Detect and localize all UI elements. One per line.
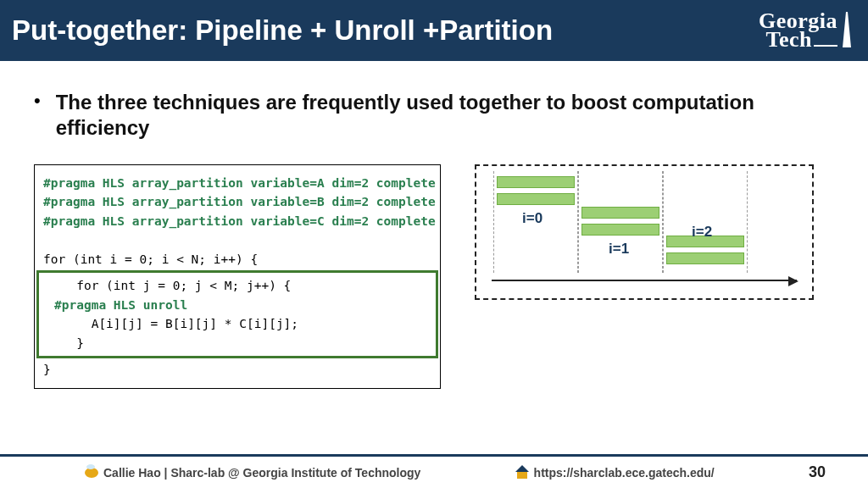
slide-title: Put-together: Pipeline + Unroll +Partiti… xyxy=(12,14,553,47)
iter-label-1: i=1 xyxy=(609,241,629,258)
bee-icon xyxy=(85,468,98,478)
code-line: for (int j = 0; j < M; j++) { xyxy=(54,279,291,292)
pragma-unroll: #pragma HLS unroll xyxy=(54,298,187,312)
pipeline-bar xyxy=(581,207,659,219)
tower-icon xyxy=(843,12,851,47)
code-box: #pragma HLS array_partition variable=A d… xyxy=(34,164,441,389)
logo-underline xyxy=(814,45,837,47)
footer-url: https://sharclab.ece.gatech.edu/ xyxy=(534,466,715,480)
footer-author: Callie Hao | Sharc-lab @ Georgia Institu… xyxy=(103,466,420,480)
gt-logo-text: Georgia Tech xyxy=(759,12,837,49)
pipeline-bar xyxy=(581,224,659,236)
iter-label-2: i=2 xyxy=(692,224,712,241)
iter-label-0: i=0 xyxy=(522,210,542,227)
code-line: } xyxy=(54,336,84,350)
header-bar: Put-together: Pipeline + Unroll +Partiti… xyxy=(0,0,868,61)
bullet-text: The three techniques are frequently used… xyxy=(56,90,834,141)
pragma-line: #pragma HLS array_partition variable=B d… xyxy=(43,195,436,208)
bullet-row: • The three techniques are frequently us… xyxy=(34,90,834,141)
code-line: for (int i = 0; i < N; i++) { xyxy=(43,252,258,266)
logo-line2: Tech xyxy=(766,30,813,49)
pragma-line: #pragma HLS array_partition variable=A d… xyxy=(43,176,436,190)
pipeline-bar xyxy=(497,176,575,188)
pipeline-bar xyxy=(497,193,575,205)
logo-line2-wrap: Tech xyxy=(766,30,838,49)
pipeline-bar xyxy=(666,252,744,264)
slide: Put-together: Pipeline + Unroll +Partiti… xyxy=(0,0,868,488)
footer-left: Callie Hao | Sharc-lab @ Georgia Institu… xyxy=(85,466,420,480)
pipeline-diagram: i=0 i=1 i=2 xyxy=(475,164,814,300)
content-row: #pragma HLS array_partition variable=A d… xyxy=(34,164,834,389)
pragma-line: #pragma HLS array_partition variable=C d… xyxy=(43,214,436,228)
bullet-dot: • xyxy=(34,90,41,112)
code-line: } xyxy=(43,363,51,376)
code-line: A[i][j] = B[i][j] * C[i][j]; xyxy=(54,317,298,330)
home-icon xyxy=(515,467,529,479)
diagram-col xyxy=(578,171,663,273)
unroll-highlight-box: for (int j = 0; j < M; j++) { #pragma HL… xyxy=(36,270,438,358)
slide-body: • The three techniques are frequently us… xyxy=(0,61,868,488)
footer-bar: Callie Hao | Sharc-lab @ Georgia Institu… xyxy=(0,454,868,488)
footer-mid: https://sharclab.ece.gatech.edu/ xyxy=(515,466,715,480)
page-number: 30 xyxy=(809,463,834,481)
gt-logo: Georgia Tech xyxy=(759,12,851,49)
time-arrow-icon xyxy=(492,280,797,281)
